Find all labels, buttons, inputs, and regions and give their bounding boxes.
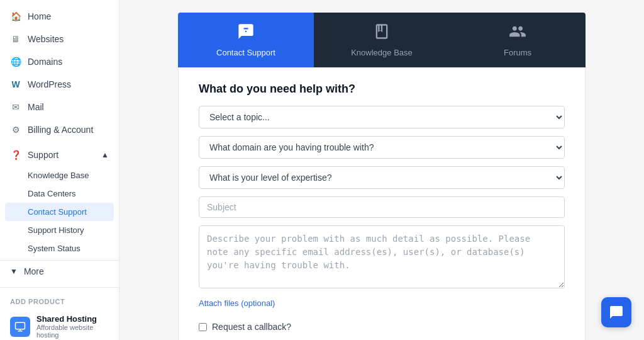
tab-contact-support[interactable]: Contact Support (178, 13, 314, 67)
home-icon: 🏠 (10, 11, 21, 22)
contact-support-tab-icon (237, 23, 255, 44)
tab-label-contact-support: Contact Support (216, 48, 275, 57)
sidebar-item-domains[interactable]: 🌐 Domains (0, 50, 119, 73)
tab-label-knowledge-base: Knowledge Base (351, 48, 413, 57)
sidebar-label-system-status: System Status (28, 244, 80, 253)
domain-group: What domain are you having trouble with? (199, 136, 565, 159)
sidebar-item-wordpress[interactable]: W WordPress (0, 73, 119, 96)
product-shared-hosting[interactable]: Shared Hosting Affordable website hostin… (0, 309, 119, 340)
expertise-group: What is your level of expertise? (199, 166, 565, 189)
sidebar-label-support-history: Support History (28, 225, 84, 235)
form-card: What do you need help with? Select a top… (178, 67, 586, 340)
chevron-up-icon: ▲ (101, 150, 109, 159)
sidebar-item-mail[interactable]: ✉ Mail (0, 96, 119, 118)
support-icon: ❓ (10, 149, 21, 161)
add-product-label: ADD PRODUCT (0, 294, 119, 309)
subject-input[interactable] (199, 196, 565, 218)
sidebar-item-home[interactable]: 🏠 Home (0, 5, 119, 28)
sidebar-label-knowledge-base: Knowledge Base (28, 171, 89, 180)
forums-tab-icon (509, 23, 526, 44)
subject-group (199, 196, 565, 218)
mail-icon: ✉ (10, 101, 21, 113)
svg-point-2 (248, 31, 250, 32)
expertise-select[interactable]: What is your level of expertise? (199, 166, 565, 189)
topic-group: Select a topic... (199, 106, 565, 128)
callback-checkbox[interactable] (199, 323, 207, 331)
wordpress-icon: W (10, 79, 21, 90)
svg-rect-0 (16, 322, 25, 329)
shared-hosting-info: Shared Hosting Affordable website hostin… (36, 314, 109, 339)
sidebar-label-wordpress: WordPress (28, 79, 71, 89)
sidebar-item-contact-support[interactable]: Contact Support (5, 203, 114, 221)
sidebar-item-knowledge-base[interactable]: Knowledge Base (0, 166, 119, 184)
shared-hosting-icon (10, 317, 30, 337)
sidebar-more[interactable]: ▼ More (0, 260, 119, 282)
knowledge-base-tab-icon (373, 23, 391, 44)
sidebar-item-data-centers[interactable]: Data Centers (0, 184, 119, 203)
chat-bubble[interactable] (601, 297, 631, 327)
form-title: What do you need help with? (199, 82, 565, 96)
shared-hosting-name: Shared Hosting (36, 314, 109, 324)
shared-hosting-desc: Affordable website hosting (36, 324, 109, 339)
add-product-section: ADD PRODUCT Shared Hosting Affordable we… (0, 287, 119, 340)
sidebar-label-data-centers: Data Centers (28, 189, 76, 198)
tab-forums[interactable]: Forums (450, 13, 586, 67)
sidebar-label-domains: Domains (28, 57, 62, 67)
sidebar-nav: 🏠 Home 🖥 Websites 🌐 Domains W WordPress … (0, 0, 119, 287)
websites-icon: 🖥 (10, 33, 21, 45)
sidebar-item-support-history[interactable]: Support History (0, 221, 119, 239)
content-wrapper: Contact Support Knowledge Base Forums Wh… (168, 0, 596, 340)
more-label: More (24, 266, 44, 276)
main-content: Contact Support Knowledge Base Forums Wh… (119, 0, 644, 340)
tab-knowledge-base[interactable]: Knowledge Base (314, 13, 450, 67)
sidebar-section-support: ❓ Support ▲ Knowledge Base Data Centers … (0, 141, 119, 260)
sidebar-support-label: Support (28, 150, 58, 160)
sidebar-item-system-status[interactable]: System Status (0, 239, 119, 258)
chevron-down-icon: ▼ (10, 267, 18, 276)
callback-label: Request a callback? (212, 322, 291, 332)
description-textarea[interactable] (199, 225, 565, 288)
domains-icon: 🌐 (10, 56, 21, 67)
callback-row: Request a callback? (199, 322, 565, 332)
sidebar-label-billing: Billing & Account (28, 125, 93, 135)
attach-files-link[interactable]: Attach files (optional) (199, 298, 275, 308)
sidebar-label-mail: Mail (28, 102, 44, 112)
description-group (199, 225, 565, 290)
sidebar-label-contact-support: Contact Support (28, 207, 87, 217)
attach-group: Attach files (optional) (199, 298, 565, 314)
topic-select[interactable]: Select a topic... (199, 106, 565, 128)
sidebar-item-websites[interactable]: 🖥 Websites (0, 28, 119, 50)
domain-select[interactable]: What domain are you having trouble with? (199, 136, 565, 159)
billing-icon: ⚙ (10, 124, 21, 135)
tab-label-forums: Forums (504, 48, 531, 57)
sidebar-support-header[interactable]: ❓ Support ▲ (0, 144, 119, 166)
sidebar-label-home: Home (28, 11, 51, 21)
sidebar: 🏠 Home 🖥 Websites 🌐 Domains W WordPress … (0, 0, 119, 340)
sidebar-label-websites: Websites (28, 34, 64, 44)
tab-bar: Contact Support Knowledge Base Forums (178, 13, 586, 67)
sidebar-item-billing[interactable]: ⚙ Billing & Account (0, 118, 119, 141)
svg-point-1 (242, 31, 243, 32)
